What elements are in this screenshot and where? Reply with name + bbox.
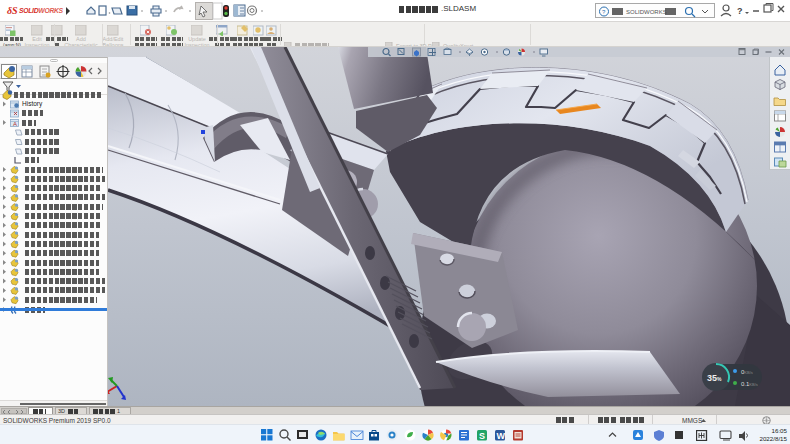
svg-text:SOLIDWORKS: SOLIDWORKS [626, 9, 667, 15]
svg-text:0.1KB/s: 0.1KB/s [741, 381, 758, 387]
svg-text:?: ? [602, 9, 606, 15]
svg-text:?: ? [737, 6, 743, 16]
svg-text:A: A [13, 121, 17, 127]
svg-text:W: W [496, 431, 505, 441]
svg-text:0KB/s: 0KB/s [741, 369, 753, 375]
svg-text:SOLIDWORKS: SOLIDWORKS [19, 7, 64, 14]
svg-text:S: S [479, 431, 485, 441]
svg-text:δS: δS [7, 5, 18, 16]
